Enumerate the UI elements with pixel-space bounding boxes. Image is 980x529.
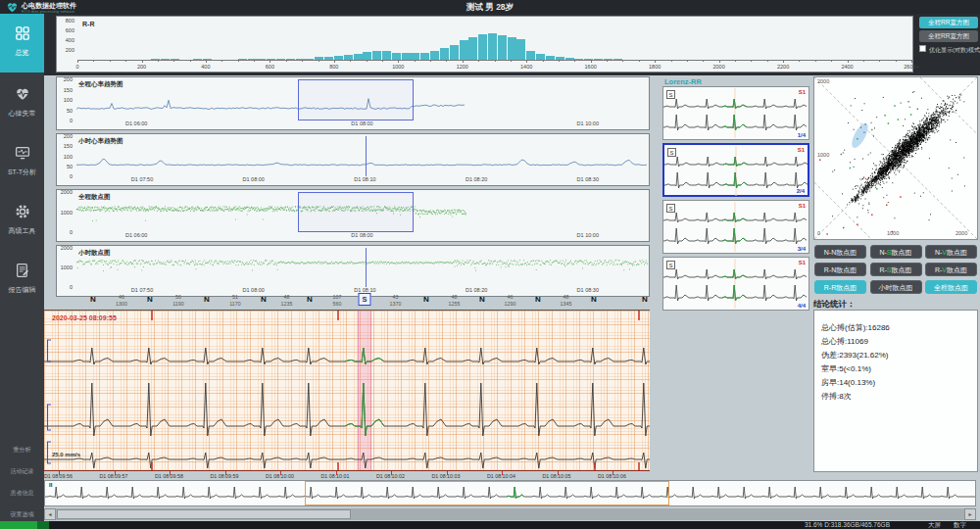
x-tick	[286, 60, 287, 62]
beat-rr-value: 560	[324, 301, 350, 308]
y-tick-label: 50	[67, 164, 73, 169]
x-tick	[511, 60, 512, 62]
beat-label[interactable]: N	[423, 295, 429, 304]
beat-label[interactable]: N	[535, 295, 541, 304]
monitor-waveform-icon	[15, 145, 30, 161]
sidebar-item-advanced-tools[interactable]: 高级工具	[0, 192, 44, 251]
template-badge: S	[666, 204, 675, 213]
n-s-scatter-button[interactable]: N-S散点图	[870, 245, 922, 259]
beat-annotation-strip[interactable]: N461300N501190N511170N481235N107560S4313…	[0, 293, 652, 310]
beat-label[interactable]: N	[90, 295, 96, 304]
template-page-indicator[interactable]: 1/4	[798, 132, 806, 138]
sidebar-item-arrhythmia[interactable]: 心律失常	[0, 74, 44, 133]
sidebar-item-overview[interactable]: 总览	[0, 14, 44, 72]
ecg-waveform-area[interactable]: 2020-03-25 08:09:55 25.0 mm/s	[44, 310, 650, 470]
ecg-traces	[44, 311, 650, 471]
scrollbar-thumb[interactable]	[57, 509, 351, 519]
histogram-bar	[440, 48, 449, 60]
x-tick	[173, 60, 174, 62]
time-tick-label: D1 08:10:02	[376, 473, 405, 479]
y-tick-label: 200	[64, 133, 73, 139]
beat-template-card[interactable]: SS14/4	[662, 257, 809, 311]
selected-beat-label[interactable]: S	[359, 293, 371, 306]
r-n-scatter-button[interactable]: R-N散点图	[814, 263, 866, 276]
histogram-bar	[372, 51, 381, 60]
x-tick-label: D1 08:10	[354, 176, 375, 182]
histogram-bar	[382, 51, 391, 60]
beat-template-card[interactable]: SS13/4	[662, 200, 809, 254]
beat-rr-value: 1235	[274, 301, 300, 308]
beat-rr-value: 1370	[383, 301, 409, 308]
time-cursor[interactable]	[366, 248, 367, 287]
button-label-part: R-	[879, 266, 886, 273]
full-rr-histogram-button[interactable]: 全程RR直方图	[919, 30, 978, 42]
histogram-bar	[488, 33, 497, 60]
lorenz-y-mid-label: 1000	[817, 152, 829, 158]
lorenz-plot[interactable]: 2000 1000 0 1000 2000	[813, 76, 978, 240]
time-tick-label: D1 08:09:58	[155, 473, 183, 479]
progress-bar-dark	[37, 521, 49, 529]
x-tick	[799, 60, 800, 62]
template-page-indicator[interactable]: 2/4	[797, 188, 805, 194]
beat-label[interactable]: N	[147, 295, 153, 304]
hourly-hr-trend-plot[interactable]	[76, 136, 648, 176]
selection-rectangle[interactable]	[298, 79, 414, 120]
sidebar-item-label: 高级工具	[0, 226, 44, 236]
rhythm-strip[interactable]: II	[44, 480, 976, 506]
n-n-scatter-button[interactable]: N-N散点图	[814, 245, 866, 259]
beat-label[interactable]: N	[591, 295, 597, 304]
full-rr-histogram-button-active[interactable]: 全程RR直方图	[919, 17, 978, 28]
sidebar-item-stt-analysis[interactable]: ST-T分析	[0, 133, 44, 192]
sidebar-link-reanalyze[interactable]: 重分析	[0, 446, 44, 455]
x-tick	[783, 60, 784, 63]
time-tick-label: D1 08:09:56	[44, 473, 73, 479]
n-v-scatter-button[interactable]: N-V散点图	[925, 245, 977, 259]
time-tick-label: D1 08:09:57	[100, 473, 128, 479]
x-tick	[879, 60, 880, 62]
sidebar: 总览 心律失常 ST-T分析 高级工具	[0, 14, 44, 521]
log-display-checkbox[interactable]	[919, 45, 926, 52]
y-tick-label: 200	[64, 76, 73, 82]
full-scatter-button[interactable]: 全程散点图	[925, 280, 977, 294]
lorenz-origin-label: 0	[817, 230, 820, 236]
sidebar-link-activity-log[interactable]: 活动记录	[0, 467, 44, 476]
x-tick-label: 2400	[841, 64, 853, 70]
selection-rectangle[interactable]	[298, 192, 414, 232]
sidebar-link-patient-info[interactable]: 患者信息	[0, 489, 44, 498]
x-tick	[639, 60, 640, 62]
template-page-indicator[interactable]: 3/4	[798, 246, 806, 252]
r-v-scatter-button[interactable]: R-V散点图	[925, 263, 977, 276]
x-tick-label: 400	[201, 64, 210, 70]
beat-template-card[interactable]: SS12/4	[662, 143, 809, 197]
beat-label[interactable]: N	[307, 295, 313, 304]
ecg-lead-trace	[44, 453, 650, 468]
ecg-timestamp: 2020-03-25 08:09:55	[52, 314, 117, 321]
stat-line: 室早:5(<0.1%)	[821, 363, 871, 374]
x-tick	[334, 60, 335, 63]
x-tick	[911, 60, 912, 63]
beat-label[interactable]: N	[204, 295, 210, 304]
beat-label[interactable]: N	[479, 295, 485, 304]
rhythm-selection-rectangle[interactable]	[305, 481, 669, 505]
x-tick-label: D1 08:30	[577, 176, 599, 182]
sidebar-link-settings[interactable]: 设置选项	[0, 510, 44, 519]
hourly-scatter-button[interactable]: 小时散点图	[870, 280, 922, 294]
x-tick	[463, 60, 464, 63]
r-s-scatter-button[interactable]: R-S散点图	[870, 263, 922, 276]
r-r-scatter-button[interactable]: R-R散点图	[814, 280, 866, 294]
beat-rr-value: 1345	[554, 301, 579, 308]
scrollbar-left-arrow-icon[interactable]: ◄	[44, 508, 56, 520]
hourly-scatter-plot[interactable]	[76, 248, 648, 287]
beat-interval-values: 107560	[324, 294, 350, 307]
beat-label[interactable]: N	[642, 295, 648, 304]
beat-label[interactable]: N	[261, 295, 267, 304]
button-label-part: 散点图	[892, 266, 912, 273]
beat-template-card[interactable]: SS11/4	[662, 86, 809, 140]
rr-histogram-panel[interactable]: R-R 800600400200 02004006008001000120014…	[56, 16, 913, 72]
scrollbar-right-arrow-icon[interactable]: ►	[964, 508, 976, 520]
template-page-indicator[interactable]: 4/4	[798, 303, 806, 309]
time-cursor[interactable]	[366, 136, 367, 176]
app-logo-heart-icon	[6, 1, 19, 13]
x-tick	[719, 60, 720, 63]
x-tick-label: 800	[329, 64, 338, 70]
